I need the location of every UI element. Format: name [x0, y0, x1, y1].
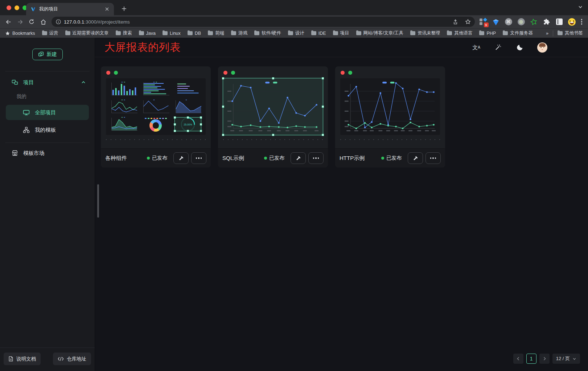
hammer-icon [413, 156, 418, 161]
tab-title: 我的项目 [39, 6, 100, 12]
mini-dual-line-chart [109, 99, 139, 115]
card-window-dots [218, 66, 328, 78]
bookmark-folder[interactable]: Java [139, 31, 156, 36]
main-area: 大屏报表的列表 文A [95, 38, 588, 371]
prev-page-button[interactable] [513, 354, 523, 364]
bookmarks-overflow-chevron[interactable]: » [546, 31, 548, 36]
address-bar[interactable]: 127.0.0.1:3000/#/project/items [52, 17, 475, 27]
language-toggle-icon[interactable]: 文A [472, 43, 481, 52]
page-header: 大屏报表的列表 文A [95, 38, 588, 57]
sidebar-toggle-icon[interactable] [555, 18, 563, 26]
bookmark-star-icon[interactable] [463, 17, 473, 26]
sidebar-divider [5, 143, 90, 143]
project-thumbnail[interactable] [340, 78, 440, 135]
next-page-button[interactable] [539, 354, 550, 364]
bookmark-folder[interactable]: IDE [311, 31, 326, 36]
bookmark-folder[interactable]: 设计 [288, 30, 304, 36]
share-icon[interactable] [451, 17, 460, 26]
bookmark-folder[interactable]: 项目 [333, 30, 349, 36]
status-badge: 已发布 [381, 155, 402, 161]
extension-gem-icon[interactable] [492, 18, 500, 26]
tab-search-chevron-icon[interactable] [578, 4, 583, 9]
user-avatar[interactable] [537, 42, 547, 53]
sidebar-item-template-market[interactable]: 模板市场 [5, 147, 90, 160]
docs-button[interactable]: 说明文档 [4, 353, 41, 365]
green-dot-icon [114, 71, 118, 75]
new-project-icon [38, 51, 44, 57]
code-icon [58, 356, 64, 361]
dotted-separator [106, 139, 206, 140]
extension-grid-icon[interactable]: 9 [479, 18, 487, 26]
project-card-sql[interactable]: SQL示例 已发布 [218, 66, 328, 168]
bookmark-folder[interactable]: DB [188, 31, 201, 36]
back-button[interactable] [3, 16, 14, 27]
project-thumbnail[interactable]: 25.00% [106, 78, 206, 135]
more-options-button[interactable] [308, 152, 324, 164]
bookmark-folder[interactable]: Linux [163, 31, 181, 36]
status-badge: 已发布 [147, 155, 167, 161]
extension-command-icon[interactable]: ⌘ [505, 18, 513, 26]
bookmark-folder[interactable]: 运营 [42, 30, 58, 36]
project-card-components[interactable]: 25.00% 各种组件 已发布 [101, 66, 211, 168]
magic-wand-icon[interactable] [494, 43, 502, 52]
dotted-separator [223, 139, 323, 140]
edit-project-button[interactable] [408, 152, 423, 164]
bookmark-folder[interactable]: PHP [479, 31, 496, 36]
extension-star-icon[interactable] [530, 18, 538, 26]
bookmark-folder[interactable]: 搜索 [116, 30, 132, 36]
current-page-button[interactable]: 1 [526, 354, 536, 364]
card-title: 各种组件 [105, 155, 147, 162]
bookmark-folder[interactable]: 资讯未整理 [410, 30, 440, 36]
more-options-button[interactable] [425, 152, 441, 164]
bookmark-folder[interactable]: 前端 [208, 30, 224, 36]
dotted-separator [340, 139, 440, 140]
profile-avatar-emoji[interactable] [568, 18, 576, 26]
sidebar-item-all-projects[interactable]: 全部项目 [6, 105, 89, 120]
folder-icon [139, 31, 144, 35]
page-title: 大屏报表的列表 [104, 40, 181, 55]
window-minimize-button[interactable] [15, 5, 19, 10]
card-footer: 各种组件 已发布 [101, 148, 211, 168]
bookmarks-root[interactable]: Bookmarks [5, 31, 35, 36]
browser-tab[interactable]: 我的项目 [26, 3, 114, 15]
tab-close-icon[interactable] [104, 6, 110, 12]
mini-gauge-cell: 25.00% [173, 116, 203, 132]
home-button[interactable] [38, 16, 49, 27]
bookmark-folder[interactable]: 其他语言 [447, 30, 472, 36]
sidebar-item-project[interactable]: 项目 [5, 76, 90, 89]
extensions-puzzle-icon[interactable] [543, 18, 551, 26]
dark-mode-moon-icon[interactable] [515, 43, 524, 52]
sidebar-divider [5, 71, 90, 71]
browser-menu-icon[interactable] [580, 19, 585, 25]
monitor-icon [23, 109, 30, 116]
bookmark-folder[interactable]: 游戏 [231, 30, 247, 36]
hammer-icon [296, 156, 301, 161]
repo-button[interactable]: 仓库地址 [53, 353, 91, 365]
forward-button[interactable] [15, 16, 25, 27]
page-size-select[interactable]: 12 / 页 [552, 354, 580, 364]
window-close-button[interactable] [7, 5, 11, 10]
folder-icon [188, 31, 193, 35]
bookmark-folder[interactable]: 软件/硬件 [254, 30, 281, 36]
bookmark-folder[interactable]: 近期需要读的文章 [65, 30, 109, 36]
edit-project-button[interactable] [173, 152, 189, 164]
project-thumbnail[interactable] [223, 78, 323, 135]
bookmark-folder[interactable]: 网站/博客/文章/工具 [356, 30, 403, 36]
browser-tab-strip: 我的项目 [0, 0, 588, 15]
more-options-button[interactable] [191, 152, 206, 164]
chevron-down-icon [572, 357, 576, 361]
edit-project-button[interactable] [291, 152, 306, 164]
url-host: 127.0.0.1 [64, 19, 84, 25]
page-info-icon[interactable] [56, 19, 61, 24]
project-card-http[interactable]: HTTP示例 已发布 [335, 66, 445, 168]
folder-icon [42, 31, 47, 35]
new-tab-button[interactable] [119, 4, 129, 14]
extension-dot-icon[interactable] [517, 18, 525, 26]
bookmark-folder[interactable]: 文件服务器 [503, 30, 533, 36]
reload-button[interactable] [26, 16, 37, 27]
url-path: :3000/#/project/items [84, 19, 129, 25]
new-project-button[interactable]: 新建 [32, 49, 63, 60]
scrollbar-thumb[interactable] [97, 184, 99, 218]
other-bookmarks-folder[interactable]: 其他书签 [558, 30, 583, 36]
sidebar-item-my-templates[interactable]: 我的模板 [6, 122, 89, 137]
